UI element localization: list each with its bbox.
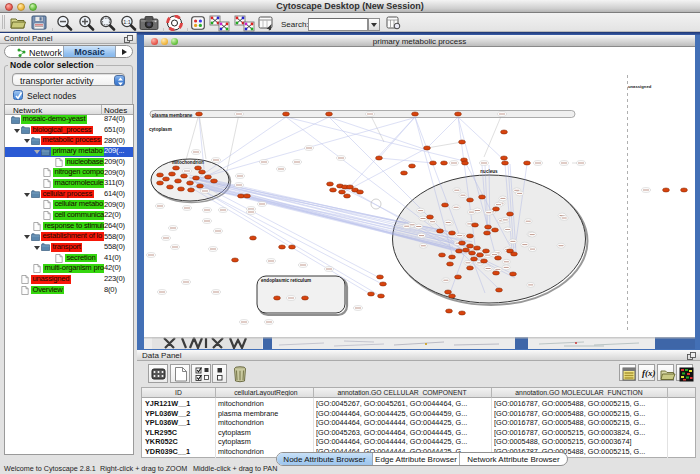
svg-text:cytoplasm: cytoplasm (149, 127, 172, 132)
svg-text:endoplasmic reticulum: endoplasmic reticulum (261, 278, 311, 283)
svg-text:unassigned: unassigned (628, 84, 652, 89)
svg-text:plasma membrane: plasma membrane (152, 113, 193, 118)
svg-text:mitochondrion: mitochondrion (172, 160, 204, 165)
svg-text:1:1: 1:1 (123, 19, 131, 25)
